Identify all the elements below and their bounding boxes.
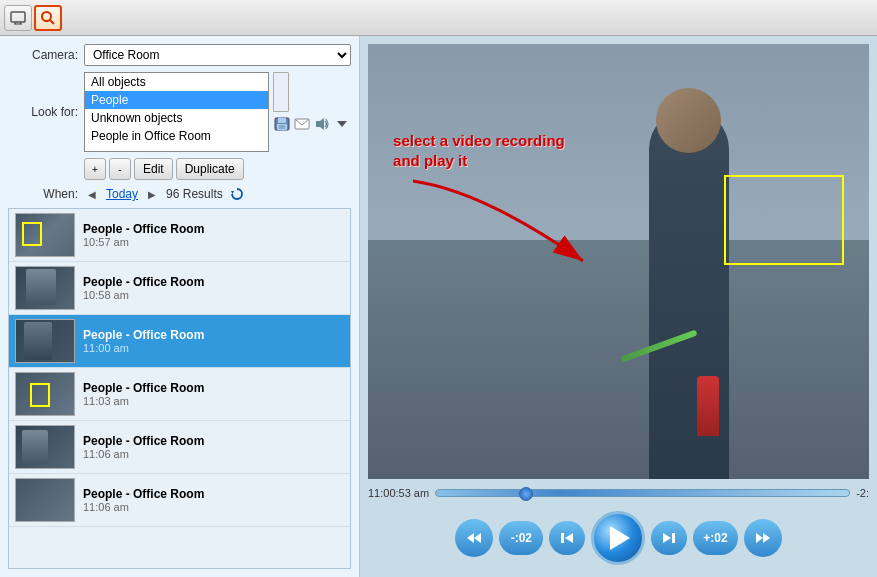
progress-bar[interactable] bbox=[435, 489, 850, 497]
forward-icon bbox=[755, 530, 771, 546]
monitor-icon bbox=[10, 11, 26, 25]
results-count: 96 Results bbox=[166, 187, 223, 201]
result-item-5[interactable]: People - Office Room 11:06 am bbox=[9, 474, 350, 527]
detection-box bbox=[22, 222, 42, 246]
result-item-4[interactable]: People - Office Room 11:06 am bbox=[9, 421, 350, 474]
scrollbar[interactable] bbox=[273, 72, 289, 112]
fwd2-button[interactable]: +:02 bbox=[693, 521, 737, 555]
audio-icon[interactable] bbox=[313, 116, 331, 132]
result-title-0: People - Office Room bbox=[83, 222, 344, 236]
result-item-2[interactable]: People - Office Room 11:00 am bbox=[9, 315, 350, 368]
progress-end: -2: bbox=[856, 487, 869, 499]
result-thumb-4 bbox=[15, 425, 75, 469]
result-thumb-5 bbox=[15, 478, 75, 522]
result-info-2: People - Office Room 11:00 am bbox=[83, 328, 344, 354]
monitor-button[interactable] bbox=[4, 5, 32, 31]
svg-rect-19 bbox=[672, 533, 675, 543]
when-row: When: ◀ Today ▶ 96 Results bbox=[8, 186, 351, 202]
dropdown-item-all[interactable]: All objects bbox=[85, 73, 268, 91]
result-info-4: People - Office Room 11:06 am bbox=[83, 434, 344, 460]
video-frame: select a video recording and play it bbox=[368, 44, 869, 479]
progress-area: 11:00:53 am -2: bbox=[368, 485, 869, 501]
result-title-1: People - Office Room bbox=[83, 275, 344, 289]
svg-marker-11 bbox=[316, 118, 324, 130]
svg-marker-20 bbox=[663, 533, 671, 543]
instruction-area: select a video recording and play it bbox=[393, 131, 565, 170]
result-info-3: People - Office Room 11:03 am bbox=[83, 381, 344, 407]
instruction-text: select a video recording and play it bbox=[393, 131, 565, 170]
svg-marker-21 bbox=[756, 533, 763, 543]
svg-marker-15 bbox=[467, 533, 474, 543]
svg-marker-16 bbox=[474, 533, 481, 543]
play-icon bbox=[610, 526, 630, 550]
camera-row: Camera: Office Room bbox=[8, 44, 351, 66]
dropdown-action-icons bbox=[273, 72, 351, 132]
add-button[interactable]: + bbox=[84, 158, 106, 180]
dropdown-item-people[interactable]: People bbox=[85, 91, 268, 109]
dropdown-item-unknown[interactable]: Unknown objects bbox=[85, 109, 268, 127]
step-fwd-button[interactable] bbox=[651, 521, 687, 555]
dropdown-arrow-icon[interactable] bbox=[333, 116, 351, 132]
back2-button[interactable]: -:02 bbox=[499, 521, 543, 555]
main-layout: Camera: Office Room Look for: All object… bbox=[0, 36, 877, 577]
play-button[interactable] bbox=[591, 511, 645, 565]
remove-button[interactable]: - bbox=[109, 158, 131, 180]
result-info-0: People - Office Room 10:57 am bbox=[83, 222, 344, 248]
svg-marker-18 bbox=[565, 533, 573, 543]
svg-rect-9 bbox=[279, 125, 285, 129]
progress-thumb[interactable] bbox=[519, 487, 533, 501]
edit-button[interactable]: Edit bbox=[134, 158, 173, 180]
action-row: + - Edit Duplicate bbox=[8, 158, 351, 180]
result-time-2: 11:00 am bbox=[83, 342, 344, 354]
detection-box-3 bbox=[30, 383, 50, 407]
rewind-button[interactable] bbox=[455, 519, 493, 557]
search-icon bbox=[40, 10, 56, 26]
result-item-1[interactable]: People - Office Room 10:58 am bbox=[9, 262, 350, 315]
save-icon[interactable] bbox=[273, 116, 291, 132]
result-thumb-1 bbox=[15, 266, 75, 310]
results-list[interactable]: People - Office Room 10:57 am People - O… bbox=[8, 208, 351, 569]
svg-marker-22 bbox=[763, 533, 770, 543]
fwd2-label: +:02 bbox=[703, 531, 727, 545]
camera-select[interactable]: Office Room bbox=[84, 44, 351, 66]
result-thumb-0 bbox=[15, 213, 75, 257]
today-button[interactable]: Today bbox=[106, 187, 138, 201]
dropdown-item-people-office[interactable]: People in Office Room bbox=[85, 127, 268, 145]
step-back-button[interactable] bbox=[549, 521, 585, 555]
svg-line-5 bbox=[50, 20, 54, 24]
result-item-0[interactable]: People - Office Room 10:57 am bbox=[9, 209, 350, 262]
camera-label: Camera: bbox=[8, 48, 78, 62]
back2-label: -:02 bbox=[511, 531, 532, 545]
result-thumb-3 bbox=[15, 372, 75, 416]
result-title-2: People - Office Room bbox=[83, 328, 344, 342]
result-time-1: 10:58 am bbox=[83, 289, 344, 301]
email-icon[interactable] bbox=[293, 116, 311, 132]
progress-time: 11:00:53 am bbox=[368, 487, 429, 499]
svg-rect-0 bbox=[11, 12, 25, 22]
svg-point-4 bbox=[42, 12, 51, 21]
prev-date-button[interactable]: ◀ bbox=[84, 186, 100, 202]
svg-marker-13 bbox=[231, 191, 234, 194]
result-info-1: People - Office Room 10:58 am bbox=[83, 275, 344, 301]
result-time-5: 11:06 am bbox=[83, 501, 344, 513]
left-panel: Camera: Office Room Look for: All object… bbox=[0, 36, 360, 577]
result-title-4: People - Office Room bbox=[83, 434, 344, 448]
detection-overlay-box bbox=[724, 175, 844, 265]
step-fwd-icon bbox=[662, 531, 676, 545]
next-date-button[interactable]: ▶ bbox=[144, 186, 160, 202]
result-time-3: 11:03 am bbox=[83, 395, 344, 407]
result-title-3: People - Office Room bbox=[83, 381, 344, 395]
refresh-button[interactable] bbox=[229, 186, 245, 202]
forward-button[interactable] bbox=[744, 519, 782, 557]
when-label: When: bbox=[8, 187, 78, 201]
result-item-3[interactable]: People - Office Room 11:03 am bbox=[9, 368, 350, 421]
duplicate-button[interactable]: Duplicate bbox=[176, 158, 244, 180]
rewind-icon bbox=[466, 530, 482, 546]
result-info-5: People - Office Room 11:06 am bbox=[83, 487, 344, 513]
right-panel: select a video recording and play it bbox=[360, 36, 877, 577]
lookfor-label: Look for: bbox=[8, 105, 78, 119]
svg-rect-17 bbox=[561, 533, 564, 543]
lookfor-dropdown[interactable]: All objects People Unknown objects Peopl… bbox=[84, 72, 269, 152]
instruction-arrow-svg bbox=[403, 171, 603, 271]
search-button[interactable] bbox=[34, 5, 62, 31]
